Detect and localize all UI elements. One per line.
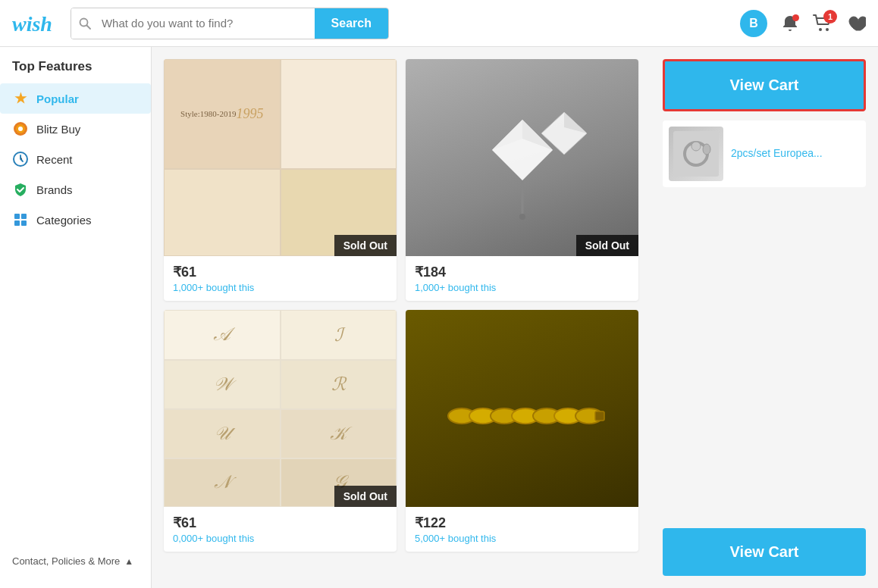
- chevron-up-icon: ▲: [124, 556, 133, 567]
- sidebar-item-popular[interactable]: ★ Popular: [0, 83, 151, 114]
- cart-badge: 1: [823, 10, 837, 23]
- right-sidebar: View Cart 2pcs/set Europea... View Cart: [651, 47, 878, 588]
- product-price-2: ₹184: [415, 264, 629, 280]
- sidebar: Top Features ★ Popular Blitz Buy: [0, 47, 152, 588]
- product-image-3: 𝒜 ℐ 𝒲 ℛ 𝒰 𝒦 𝒩 𝒢 Sold Out: [164, 310, 397, 507]
- search-bar: Search: [71, 8, 389, 39]
- svg-rect-10: [14, 220, 20, 226]
- product-card-3[interactable]: 𝒜 ℐ 𝒲 ℛ 𝒰 𝒦 𝒩 𝒢 Sold Out ₹61 0,000+ boug…: [164, 310, 397, 552]
- main-content: Style:1980-20191995 Sold Out ₹61 1,000+ …: [152, 47, 651, 588]
- search-magnifier-icon: [71, 8, 99, 39]
- notification-badge: [792, 14, 799, 21]
- product-info-4: ₹122 5,000+ bought this: [406, 507, 638, 552]
- product-info-2: ₹184 1,000+ bought this: [406, 256, 638, 301]
- product-image-2: Sold Out: [406, 59, 638, 256]
- svg-rect-11: [21, 220, 27, 226]
- svg-line-1: [86, 25, 90, 29]
- view-cart-button-bottom[interactable]: View Cart: [663, 528, 866, 576]
- page-body: Top Features ★ Popular Blitz Buy: [0, 47, 878, 588]
- clock-icon: [12, 151, 29, 167]
- sold-out-badge-3: Sold Out: [334, 486, 397, 507]
- product-price-3: ₹61: [173, 514, 387, 531]
- svg-point-2: [819, 28, 822, 31]
- svg-rect-8: [14, 214, 20, 219]
- svg-point-3: [826, 28, 829, 31]
- header-icons: B 1: [740, 10, 866, 37]
- sold-out-badge-1: Sold Out: [334, 235, 397, 256]
- contact-policies-footer[interactable]: Contact, Policies & More ▲: [0, 546, 151, 576]
- sidebar-item-recent-label: Recent: [36, 153, 73, 166]
- search-button[interactable]: Search: [315, 8, 388, 39]
- grid-icon: [12, 211, 29, 228]
- svg-point-30: [703, 144, 710, 155]
- cart-item[interactable]: 2pcs/set Europea...: [663, 120, 866, 187]
- product-info-1: ₹61 1,000+ bought this: [164, 256, 397, 301]
- sidebar-item-blitz-buy[interactable]: Blitz Buy: [0, 114, 151, 144]
- contact-policies-label: Contact, Policies & More: [12, 555, 120, 567]
- sidebar-item-categories-label: Categories: [36, 214, 92, 227]
- product-price-1: ₹61: [173, 264, 387, 280]
- check-shield-icon: [12, 181, 29, 198]
- sidebar-item-recent[interactable]: Recent: [0, 144, 151, 174]
- view-cart-button-top[interactable]: View Cart: [663, 59, 866, 111]
- search-input[interactable]: [99, 8, 315, 39]
- product-card-4[interactable]: ₹122 5,000+ bought this: [406, 310, 638, 552]
- product-price-4: ₹122: [415, 514, 629, 531]
- svg-point-29: [691, 142, 701, 151]
- sidebar-item-brands[interactable]: Brands: [0, 174, 151, 205]
- sidebar-item-blitz-label: Blitz Buy: [36, 123, 80, 136]
- svg-rect-9: [21, 214, 27, 219]
- cart-item-name: 2pcs/set Europea...: [731, 146, 823, 161]
- product-sold-1: 1,000+ bought this: [173, 282, 387, 293]
- star-icon: ★: [12, 90, 29, 107]
- svg-point-6: [18, 127, 23, 131]
- product-card-2[interactable]: Sold Out ₹184 1,000+ bought this: [406, 59, 638, 301]
- product-sold-2: 1,000+ bought this: [415, 282, 629, 293]
- header: wish Search B 1: [0, 0, 878, 47]
- product-info-3: ₹61 0,000+ bought this: [164, 507, 397, 552]
- notifications-icon[interactable]: [781, 14, 799, 33]
- product-sold-4: 5,000+ bought this: [415, 533, 629, 544]
- product-sold-3: 0,000+ bought this: [173, 533, 387, 544]
- sidebar-item-brands-label: Brands: [36, 183, 73, 196]
- sold-out-badge-2: Sold Out: [576, 235, 638, 256]
- blitz-icon: [12, 120, 29, 137]
- cart-icon[interactable]: 1: [813, 14, 833, 33]
- top-features-title: Top Features: [0, 59, 151, 83]
- avatar[interactable]: B: [740, 10, 767, 37]
- product-image-1: Style:1980-20191995 Sold Out: [164, 59, 397, 256]
- sidebar-item-popular-label: Popular: [36, 92, 79, 105]
- wishlist-icon[interactable]: [846, 14, 866, 33]
- product-card-1[interactable]: Style:1980-20191995 Sold Out ₹61 1,000+ …: [164, 59, 397, 301]
- svg-rect-27: [673, 131, 719, 177]
- product-image-4: [406, 310, 638, 507]
- logo[interactable]: wish: [12, 9, 52, 37]
- product-grid: Style:1980-20191995 Sold Out ₹61 1,000+ …: [164, 59, 638, 552]
- cart-item-image: [669, 127, 723, 181]
- svg-rect-26: [595, 411, 604, 421]
- sidebar-item-categories[interactable]: Categories: [0, 205, 151, 235]
- svg-point-16: [519, 214, 525, 220]
